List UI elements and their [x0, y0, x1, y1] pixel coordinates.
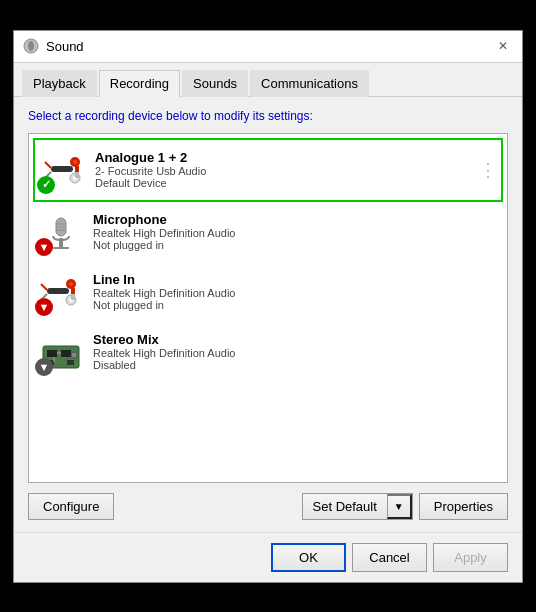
microphone-icon: ▼	[39, 210, 83, 254]
svg-rect-12	[53, 247, 69, 249]
device-item-linein[interactable]: ▼ Line In Realtek High Definition Audio …	[33, 262, 503, 322]
set-default-button-group[interactable]: Set Default ▼	[302, 493, 413, 520]
analogue-sub1: 2- Focusrite Usb Audio	[95, 165, 477, 177]
action-buttons: Configure Set Default ▼ Properties	[28, 493, 508, 520]
cancel-button[interactable]: Cancel	[352, 543, 427, 572]
svg-rect-23	[71, 294, 75, 300]
tab-playback[interactable]: Playback	[22, 70, 97, 97]
configure-button[interactable]: Configure	[28, 493, 114, 520]
stereomix-sub1: Realtek High Definition Audio	[93, 347, 497, 359]
scrollbar[interactable]: ⋮	[481, 159, 495, 181]
tab-content: Select a recording device below to modif…	[14, 97, 522, 532]
linein-sub2: Not plugged in	[93, 299, 497, 311]
device-item-analogue[interactable]: ✓ Analogue 1 + 2 2- Focusrite Usb Audio …	[33, 138, 503, 202]
microphone-sub2: Not plugged in	[93, 239, 497, 251]
sound-dialog: Sound ✕ Playback Recording Sounds Commun…	[13, 30, 523, 583]
svg-rect-30	[67, 360, 74, 365]
tab-recording[interactable]: Recording	[99, 70, 180, 97]
device-item-microphone[interactable]: ▼ Microphone Realtek High Definition Aud…	[33, 202, 503, 262]
footer-buttons: OK Cancel Apply	[14, 532, 522, 582]
left-buttons: Configure	[28, 493, 114, 520]
title-bar: Sound ✕	[14, 31, 522, 63]
close-button[interactable]: ✕	[492, 35, 514, 57]
analogue-sub2: Default Device	[95, 177, 477, 189]
svg-rect-17	[47, 288, 69, 294]
linein-info: Line In Realtek High Definition Audio No…	[93, 272, 497, 311]
svg-rect-27	[47, 350, 57, 357]
analogue-info: Analogue 1 + 2 2- Focusrite Usb Audio De…	[95, 150, 477, 189]
linein-name: Line In	[93, 272, 497, 287]
device-item-stereomix[interactable]: ▼ Stereo Mix Realtek High Definition Aud…	[33, 322, 503, 382]
tabs-bar: Playback Recording Sounds Communications	[14, 63, 522, 97]
microphone-name: Microphone	[93, 212, 497, 227]
svg-point-33	[71, 352, 77, 358]
microphone-sub1: Realtek High Definition Audio	[93, 227, 497, 239]
instruction-text: Select a recording device below to modif…	[28, 109, 508, 123]
linein-icon: ▼	[39, 270, 83, 314]
ok-button[interactable]: OK	[271, 543, 346, 572]
stereomix-sub2: Disabled	[93, 359, 497, 371]
device-list[interactable]: ✓ Analogue 1 + 2 2- Focusrite Usb Audio …	[28, 133, 508, 483]
svg-rect-2	[51, 166, 73, 172]
svg-point-19	[69, 282, 73, 286]
svg-rect-28	[61, 350, 71, 357]
microphone-info: Microphone Realtek High Definition Audio…	[93, 212, 497, 251]
right-buttons: Set Default ▼ Properties	[302, 493, 508, 520]
tab-communications[interactable]: Communications	[250, 70, 369, 97]
status-check-icon: ✓	[37, 176, 55, 194]
svg-line-24	[41, 284, 47, 290]
set-default-arrow[interactable]: ▼	[387, 494, 412, 519]
app-icon	[22, 37, 40, 55]
status-disabled-icon: ▼	[35, 358, 53, 376]
analogue-icon: ✓	[41, 148, 85, 192]
properties-button[interactable]: Properties	[419, 493, 508, 520]
window-title: Sound	[46, 39, 492, 54]
svg-point-4	[73, 160, 77, 164]
analogue-name: Analogue 1 + 2	[95, 150, 477, 165]
tab-sounds[interactable]: Sounds	[182, 70, 248, 97]
stereomix-name: Stereo Mix	[93, 332, 497, 347]
apply-button[interactable]: Apply	[433, 543, 508, 572]
status-down-icon: ▼	[35, 238, 53, 256]
stereomix-info: Stereo Mix Realtek High Definition Audio…	[93, 332, 497, 371]
svg-rect-8	[75, 172, 79, 178]
stereomix-icon: ▼	[39, 330, 83, 374]
svg-line-9	[45, 162, 51, 168]
set-default-main[interactable]: Set Default	[303, 494, 387, 519]
linein-sub1: Realtek High Definition Audio	[93, 287, 497, 299]
svg-point-1	[28, 41, 34, 51]
status-down-icon2: ▼	[35, 298, 53, 316]
